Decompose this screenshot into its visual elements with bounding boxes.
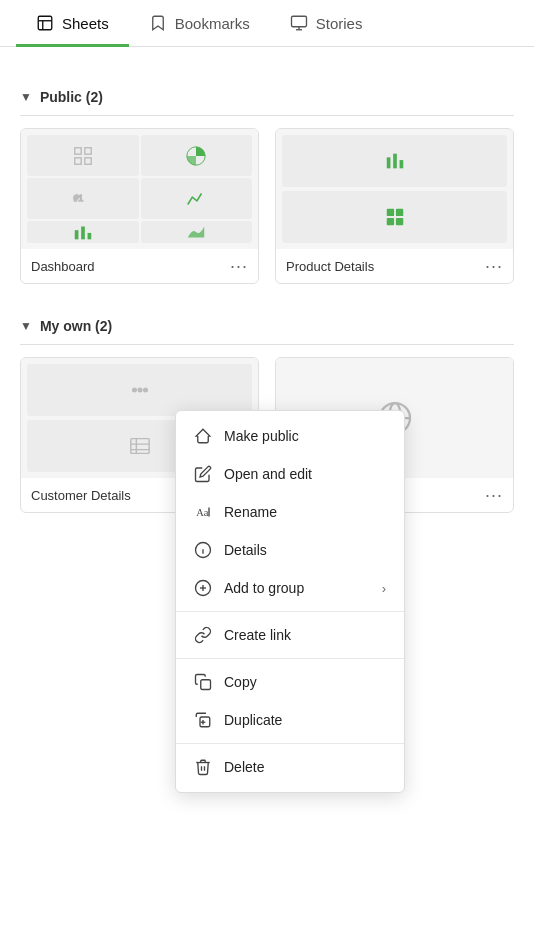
menu-item-delete[interactable]: Delete — [176, 748, 404, 786]
menu-item-make-public-label: Make public — [224, 428, 299, 444]
add-to-group-arrow-icon: › — [382, 581, 386, 596]
info-icon — [194, 541, 212, 559]
menu-item-open-edit-label: Open and edit — [224, 466, 312, 482]
context-menu-overlay: Make public Open and edit Aa Rename — [0, 0, 534, 939]
menu-item-details-label: Details — [224, 542, 267, 558]
menu-item-duplicate-label: Duplicate — [224, 712, 282, 728]
make-public-icon — [194, 427, 212, 445]
menu-item-delete-label: Delete — [224, 759, 264, 775]
delete-icon — [194, 758, 212, 776]
menu-divider-2 — [176, 658, 404, 659]
menu-item-create-link-label: Create link — [224, 627, 291, 643]
rename-icon: Aa — [194, 503, 212, 521]
menu-item-add-to-group-label: Add to group — [224, 580, 304, 596]
menu-item-add-to-group[interactable]: Add to group › — [176, 569, 404, 607]
menu-item-duplicate[interactable]: Duplicate — [176, 701, 404, 739]
menu-item-rename[interactable]: Aa Rename — [176, 493, 404, 531]
menu-divider-1 — [176, 611, 404, 612]
add-group-icon — [194, 579, 212, 597]
menu-item-create-link[interactable]: Create link — [176, 616, 404, 654]
menu-item-make-public[interactable]: Make public — [176, 417, 404, 455]
link-icon — [194, 626, 212, 644]
svg-text:Aa: Aa — [196, 507, 209, 518]
duplicate-icon — [194, 711, 212, 729]
copy-icon — [194, 673, 212, 691]
menu-item-copy[interactable]: Copy — [176, 663, 404, 701]
menu-item-details[interactable]: Details — [176, 531, 404, 569]
menu-divider-3 — [176, 743, 404, 744]
svg-rect-40 — [201, 680, 211, 690]
context-menu: Make public Open and edit Aa Rename — [175, 410, 405, 793]
edit-icon — [194, 465, 212, 483]
menu-item-rename-label: Rename — [224, 504, 277, 520]
menu-item-copy-label: Copy — [224, 674, 257, 690]
menu-item-open-edit[interactable]: Open and edit — [176, 455, 404, 493]
